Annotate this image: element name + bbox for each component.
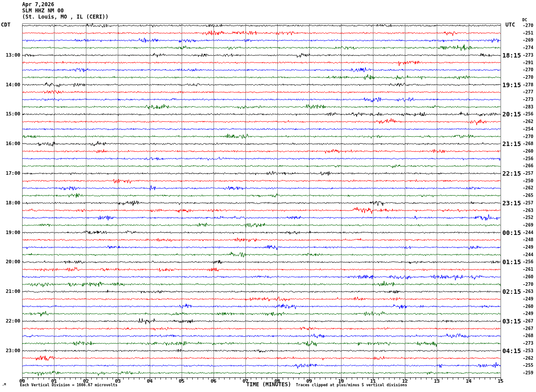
utc-time-label: 23:15 — [502, 200, 521, 206]
minute-tick-label: 06 — [210, 379, 216, 384]
dc-offset-value: -291 — [523, 61, 533, 65]
seismogram-plot — [0, 0, 536, 392]
utc-time-label: 18:15 — [502, 52, 521, 58]
dc-offset-value: -270 — [523, 23, 533, 28]
dc-offset-value: -249 — [523, 311, 533, 316]
dc-offset-value: -263 — [523, 289, 533, 294]
minute-tick-label: 05 — [179, 379, 184, 384]
dc-offset-value: -277 — [523, 90, 533, 94]
dc-offset-value: -256 — [523, 260, 533, 264]
dc-offset-value: -262 — [523, 119, 533, 124]
minute-tick-label: 04 — [147, 379, 152, 384]
dc-offset-value: -253 — [523, 349, 533, 353]
dc-offset-value: -248 — [523, 238, 533, 242]
cdt-time-label: 13:00 — [0, 53, 20, 58]
dc-offset-value: -267 — [523, 319, 533, 323]
cdt-time-label: 19:00 — [0, 230, 20, 235]
dc-offset-value: -259 — [523, 371, 533, 375]
dc-offset-value: -270 — [523, 68, 533, 72]
dc-offset-value: -260 — [523, 275, 533, 279]
dc-offset-value: -256 — [523, 157, 533, 161]
right-timezone-label: UTC — [505, 22, 515, 27]
dc-column-header: DC — [522, 18, 527, 22]
dc-offset-value: -250 — [523, 179, 533, 183]
dc-offset-value: -283 — [523, 105, 533, 109]
dc-offset-value: -278 — [523, 83, 533, 87]
dc-offset-value: -269 — [523, 223, 533, 227]
cdt-time-label: 17:00 — [0, 171, 20, 176]
dc-offset-value: -244 — [523, 231, 533, 235]
dc-offset-value: -274 — [523, 46, 533, 50]
dc-offset-value: -261 — [523, 267, 533, 272]
dc-offset-value: -270 — [523, 75, 533, 80]
vertical-division-note: Each Vertical Division = 1666.67 microvo… — [20, 383, 117, 387]
utc-time-label: 00:15 — [502, 230, 521, 236]
dc-offset-value: -273 — [523, 341, 533, 346]
minute-tick-label: 15 — [497, 379, 503, 384]
dc-offset-value: -273 — [523, 53, 533, 58]
header-station-location: (St. Louis, MO , IL (CERI)) — [22, 14, 109, 19]
x-axis-title: TIME (MINUTES) — [246, 382, 291, 387]
dc-offset-value: -268 — [523, 142, 533, 146]
utc-time-label: 21:15 — [502, 141, 521, 147]
dc-offset-value: -257 — [523, 171, 533, 176]
utc-time-label: 04:15 — [502, 348, 521, 354]
webicorder-page: Apr 7,2026 SLM HHZ NM 00 (St. Louis, MO … — [0, 0, 536, 392]
dc-offset-value: -260 — [523, 149, 533, 154]
dc-offset-value: -255 — [523, 363, 533, 368]
dc-offset-value: -268 — [523, 334, 533, 338]
utc-time-label: 03:15 — [502, 318, 521, 324]
cdt-time-label: 20:00 — [0, 259, 20, 264]
dc-offset-value: -257 — [523, 201, 533, 205]
dc-offset-value: -256 — [523, 112, 533, 116]
utc-time-label: 22:15 — [502, 170, 521, 177]
cdt-time-label: 23:00 — [0, 348, 20, 353]
cdt-time-label: 18:00 — [0, 200, 20, 205]
dc-offset-value: -273 — [523, 97, 533, 102]
dc-offset-value: -252 — [523, 215, 533, 220]
dc-offset-value: -249 — [523, 245, 533, 250]
utc-time-label: 01:15 — [502, 259, 521, 265]
corner-mark: ,M — [2, 383, 6, 386]
dc-offset-value: -269 — [523, 38, 533, 42]
cdt-time-label: 16:00 — [0, 141, 20, 146]
dc-offset-value: -262 — [523, 356, 533, 361]
left-timezone-label: CDT — [1, 22, 11, 27]
dc-offset-value: -260 — [523, 304, 533, 309]
cdt-time-label: 22:00 — [0, 319, 20, 323]
dc-offset-value: -270 — [523, 282, 533, 287]
cdt-time-label: 15:00 — [0, 111, 20, 116]
dc-offset-value: -267 — [523, 327, 533, 331]
header-station-code: SLM HHZ NM 00 — [22, 8, 64, 13]
dc-offset-value: -249 — [523, 297, 533, 301]
dc-offset-value: -254 — [523, 127, 533, 131]
cdt-time-label: 21:00 — [0, 289, 20, 294]
clip-note: Traces clipped at plus/minus 5 vertical … — [296, 383, 407, 387]
dc-offset-value: -270 — [523, 135, 533, 139]
dc-offset-value: -263 — [523, 208, 533, 213]
dc-offset-value: -262 — [523, 186, 533, 190]
dc-offset-value: -244 — [523, 253, 533, 257]
dc-offset-value: -251 — [523, 31, 533, 35]
utc-time-label: 02:15 — [502, 288, 521, 295]
utc-time-label: 19:15 — [502, 82, 521, 88]
minute-tick-label: 13 — [434, 379, 439, 384]
dc-offset-value: -265 — [523, 193, 533, 198]
utc-time-label: 20:15 — [502, 111, 521, 117]
header-date: Apr 7,2026 — [22, 2, 54, 7]
minute-tick-label: 14 — [466, 379, 471, 384]
cdt-time-label: 14:00 — [0, 82, 20, 87]
dc-offset-value: -266 — [523, 164, 533, 168]
